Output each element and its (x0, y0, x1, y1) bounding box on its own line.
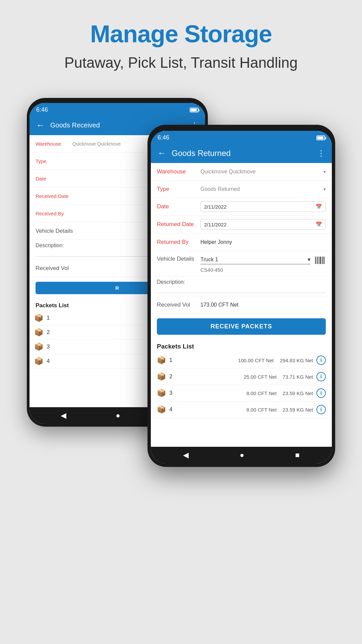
info-btn-2-fg[interactable]: i (316, 372, 326, 381)
packet-cft-4-fg: 8.00 CFT Net (246, 407, 277, 413)
packet-icon-1-bg: 📦 (34, 314, 43, 322)
returned-date-field-fg[interactable]: 2/11/2022 📅 (200, 219, 326, 230)
packet-val-row-1-fg: 100.00 CFT Net 294.83 KG Net (238, 358, 313, 363)
screen-goods-returned: 6:46 ← Goods Returned ⋮ Warehouse Quickm… (151, 131, 332, 464)
packet-icon-3-fg: 📦 (157, 389, 166, 397)
packet-num-4-fg: 4 (169, 406, 179, 413)
vehicle-select-arrow-fg: ▾ (308, 256, 310, 263)
back-nav-fg[interactable]: ◀ (183, 451, 189, 460)
date-label-bg: Date (36, 176, 72, 181)
type-label-bg: Type (36, 158, 72, 164)
vehicle-details-label-fg: Vehicle Details (157, 254, 200, 262)
packet-num-3-fg: 3 (169, 390, 179, 396)
warehouse-row-fg: Warehouse Quickmove Quickmove ▾ (151, 163, 332, 180)
returned-by-row-fg: Returned By Helper Jonny (151, 233, 332, 251)
list-item: 📦 1 100.00 CFT Net 294.83 KG Net i (151, 352, 332, 369)
status-bar-bg: 6:46 (29, 103, 205, 115)
type-value-fg[interactable]: Goods Returned (200, 186, 322, 192)
list-item: 📦 3 8.00 CFT Net 23.59 KG Net i (151, 385, 332, 401)
svg-rect-2 (317, 257, 318, 264)
page-subtitle: Putaway, Pick List, Transit Handling (64, 54, 298, 71)
packet-cft-3-fg: 8.00 CFT Net (246, 390, 277, 396)
back-button-fg[interactable]: ← (158, 148, 166, 158)
info-btn-1-fg[interactable]: i (316, 356, 326, 365)
home-nav-fg[interactable]: ● (240, 451, 244, 460)
info-btn-4-fg[interactable]: i (316, 405, 326, 414)
packet-kg-3-fg: 23.59 KG Net (283, 390, 313, 396)
menu-button-fg[interactable]: ⋮ (317, 149, 325, 158)
vehicle-detail-fg: Truck 1 ▾ (200, 254, 326, 273)
status-time-bg: 6:46 (36, 106, 48, 113)
back-nav-bg[interactable]: ◀ (61, 411, 66, 420)
received-vol-label-fg: Received Vol (157, 302, 200, 308)
received-vol-label-bg: Received Vol (36, 265, 79, 272)
status-icons-fg (316, 136, 325, 140)
date-row-fg: Date 2/11/2022 📅 (151, 198, 332, 216)
packet-values-4-fg: 8.00 CFT Net 23.59 KG Net (179, 407, 313, 413)
vehicle-details-row-fg: Vehicle Details Truck 1 ▾ (151, 251, 332, 276)
packet-icon-4-fg: 📦 (157, 405, 166, 414)
packet-num-1-fg: 1 (169, 357, 179, 364)
returned-by-value-fg[interactable]: Helper Jonny (200, 239, 326, 245)
packet-icon-4-bg: 📦 (34, 357, 43, 366)
received-vol-row-fg: Received Vol 173.00 CFT Net (151, 296, 332, 314)
svg-rect-4 (320, 257, 321, 264)
calendar-icon-fg[interactable]: 📅 (316, 204, 322, 210)
returned-date-row-fg: Returned Date 2/11/2022 📅 (151, 216, 332, 233)
list-item: 📦 4 8.00 CFT Net 23.59 KG Net i (151, 401, 332, 418)
received-by-label-bg: Received By (36, 211, 72, 216)
date-field-fg[interactable]: 2/11/2022 📅 (200, 201, 326, 212)
battery-icon-fg (316, 136, 325, 140)
warehouse-value-fg[interactable]: Quickmove Quickmove (200, 169, 322, 175)
warehouse-label-bg: Warehouse (36, 141, 72, 147)
description-label-fg: Description: (157, 279, 326, 285)
received-date-label-bg: Received Date (36, 193, 72, 199)
received-vol-value-fg: 173.00 CFT Net (200, 302, 326, 308)
packet-icon-1-fg: 📦 (157, 356, 166, 365)
page-title: Manage Storage (90, 20, 272, 48)
returned-date-value-fg: 2/11/2022 (204, 222, 227, 227)
svg-rect-1 (316, 257, 317, 264)
description-value-fg[interactable] (157, 285, 326, 293)
warehouse-label-fg: Warehouse (157, 168, 200, 175)
type-dropdown-fg[interactable]: ▾ (323, 186, 326, 192)
battery-icon-bg (190, 108, 198, 112)
back-button-bg[interactable]: ← (36, 120, 45, 130)
square-nav-fg[interactable]: ■ (295, 451, 300, 460)
info-btn-3-fg[interactable]: i (316, 388, 326, 398)
description-row-fg: Description: (151, 276, 332, 296)
barcode-btn-fg[interactable] (314, 254, 326, 266)
vehicle-code-fg: CS40-450 (200, 267, 326, 273)
packet-kg-1-fg: 294.83 KG Net (280, 358, 313, 363)
packet-kg-4-fg: 23.59 KG Net (283, 407, 313, 413)
type-row-fg: Type Goods Returned ▾ (151, 180, 332, 198)
vehicle-select-fg[interactable]: Truck 1 ▾ (200, 256, 310, 264)
packet-cft-2-fg: 25.00 CFT Net (244, 374, 277, 380)
packet-values-2-fg: 25.00 CFT Net 73.71 KG Net (179, 374, 313, 380)
packet-kg-2-fg: 73.71 KG Net (283, 374, 313, 380)
packets-list-title-fg: Packets List (151, 339, 332, 352)
svg-rect-0 (315, 257, 316, 264)
packet-num-2-fg: 2 (169, 373, 179, 380)
phones-container: 6:46 ← Goods Received ⋮ Warehouse Quickm… (27, 98, 335, 474)
nav-bar-fg: ◀ ● ■ (151, 447, 332, 464)
type-label-fg: Type (157, 186, 200, 193)
packet-num-2-bg: 2 (47, 329, 57, 336)
list-item: 📦 2 25.00 CFT Net 73.71 KG Net i (151, 369, 332, 385)
packet-values-3-fg: 8.00 CFT Net 23.59 KG Net (179, 390, 313, 396)
app-bar-goods-returned: ← Goods Returned ⋮ (151, 143, 332, 163)
packet-val-row-3-fg: 8.00 CFT Net 23.59 KG Net (246, 390, 313, 396)
date-label-fg: Date (157, 203, 200, 210)
returned-date-label-fg: Returned Date (157, 221, 200, 228)
home-nav-bg[interactable]: ● (116, 411, 120, 420)
returned-by-label-fg: Returned By (157, 239, 200, 246)
date-value-fg: 2/11/2022 (204, 204, 227, 210)
status-icons-bg (190, 108, 198, 112)
vehicle-label-bg: Vehicle Details (36, 228, 79, 234)
calendar-icon-returned-fg[interactable]: 📅 (316, 221, 322, 227)
receive-packets-btn-fg[interactable]: RECEIVE PACKETS (157, 318, 326, 335)
vehicle-name-fg: Truck 1 (200, 257, 218, 263)
phone-goods-returned: 6:46 ← Goods Returned ⋮ Warehouse Quickm… (147, 125, 335, 467)
packet-icon-2-bg: 📦 (34, 328, 43, 337)
warehouse-dropdown-fg[interactable]: ▾ (323, 169, 326, 174)
